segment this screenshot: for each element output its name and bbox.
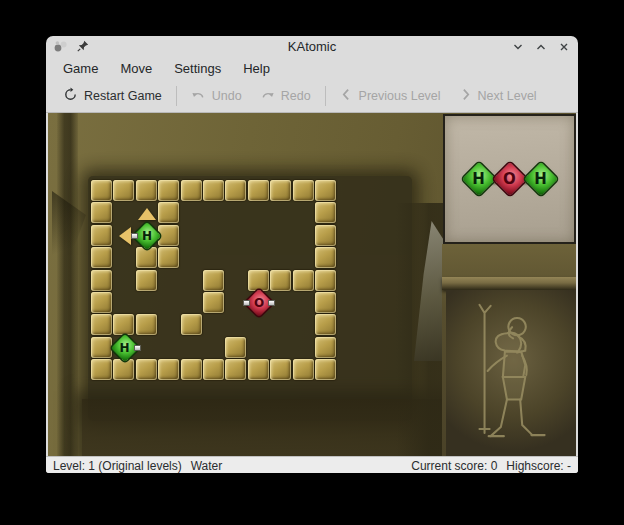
stone-ledge <box>442 277 576 290</box>
wall-tile <box>91 247 112 268</box>
previous-level-button: Previous Level <box>331 83 450 109</box>
close-icon[interactable] <box>558 41 570 53</box>
wall-tile <box>181 314 202 335</box>
atom-h[interactable]: H <box>114 337 136 359</box>
maximize-icon[interactable] <box>535 41 547 53</box>
wall-tile <box>91 225 112 246</box>
wall-tile <box>113 314 134 335</box>
atom-symbol: H <box>528 166 554 192</box>
status-level-name: Water <box>191 459 223 473</box>
minimize-icon[interactable] <box>512 41 524 53</box>
stone-column <box>442 244 576 456</box>
status-level: Level: 1 (Original levels) <box>53 459 182 473</box>
wall-tile <box>158 359 179 380</box>
wall-tile <box>248 270 269 291</box>
menu-move[interactable]: Move <box>109 59 163 78</box>
wall-tile <box>315 270 336 291</box>
menu-settings[interactable]: Settings <box>163 59 232 78</box>
undo-label: Undo <box>212 89 242 103</box>
wall-tile <box>293 359 314 380</box>
molecule-preview-panel: HOH <box>443 114 576 244</box>
wall-tile <box>158 225 179 246</box>
wall-tile <box>181 180 202 201</box>
atom-o: O <box>497 166 523 192</box>
wall-tile <box>293 270 314 291</box>
wall-tile <box>91 314 112 335</box>
wall-tile <box>248 359 269 380</box>
wall-tile <box>315 359 336 380</box>
chevron-right-icon <box>459 88 472 104</box>
wall-tile <box>203 180 224 201</box>
wall-tile <box>293 180 314 201</box>
wall-tile <box>91 359 112 380</box>
move-up-arrow[interactable] <box>138 208 156 220</box>
previous-level-label: Previous Level <box>359 89 441 103</box>
wall-tile <box>315 337 336 358</box>
next-level-label: Next Level <box>478 89 537 103</box>
wall-tile <box>113 359 134 380</box>
statusbar: Level: 1 (Original levels) Water Current… <box>46 456 578 473</box>
menubar: Game Move Settings Help <box>46 57 578 80</box>
titlebar[interactable]: KAtomic <box>46 36 578 57</box>
redo-label: Redo <box>281 89 311 103</box>
wall-tile <box>315 225 336 246</box>
wall-tile <box>136 180 157 201</box>
wall-tile <box>136 359 157 380</box>
status-highscore: Highscore: - <box>506 459 571 473</box>
wall-tile <box>315 202 336 223</box>
wall-tile <box>158 247 179 268</box>
status-current-score: Current score: 0 <box>411 459 497 473</box>
atom-o[interactable]: O <box>248 292 270 314</box>
game-view: HOH HOH <box>48 113 576 456</box>
atom-symbol: H <box>136 225 158 247</box>
molecule-preview: HOH <box>466 166 554 192</box>
restart-game-label: Restart Game <box>84 89 162 103</box>
atom-symbol: H <box>114 337 136 359</box>
wall-tile <box>203 359 224 380</box>
restart-icon <box>63 87 78 105</box>
redo-icon <box>260 87 275 105</box>
undo-button: Undo <box>182 83 251 109</box>
wall-tile <box>225 180 246 201</box>
wall-tile <box>136 314 157 335</box>
wall-tile <box>91 270 112 291</box>
wall-tile <box>181 359 202 380</box>
wall-tile <box>158 202 179 223</box>
move-left-arrow[interactable] <box>119 227 131 245</box>
wall-tile <box>91 202 112 223</box>
wall-tile <box>203 270 224 291</box>
window-title: KAtomic <box>46 39 578 54</box>
wall-tile <box>203 292 224 313</box>
wall-tile <box>113 180 134 201</box>
wall-tile <box>270 359 291 380</box>
katomic-window: KAtomic <box>46 36 578 473</box>
wall-tile <box>270 180 291 201</box>
toolbar-separator <box>176 86 177 106</box>
wall-tile <box>225 337 246 358</box>
wall-tile <box>91 180 112 201</box>
menu-game[interactable]: Game <box>52 59 109 78</box>
atom-h-selected[interactable]: H <box>136 225 158 247</box>
desktop: { "window": { "title": "KAtomic" }, "men… <box>0 0 624 525</box>
wall-tile <box>136 270 157 291</box>
atom-symbol: H <box>466 166 492 192</box>
toolbar-separator <box>325 86 326 106</box>
stone-relief-panel <box>446 290 576 456</box>
next-level-button: Next Level <box>450 83 546 109</box>
wall-tile <box>315 247 336 268</box>
toolbar: Restart Game Undo Redo <box>46 80 578 113</box>
atom-h: H <box>528 166 554 192</box>
atom-symbol: O <box>248 292 270 314</box>
atom-h: H <box>466 166 492 192</box>
wall-tile <box>136 247 157 268</box>
wall-tile <box>315 314 336 335</box>
wall-tile <box>270 270 291 291</box>
restart-game-button[interactable]: Restart Game <box>54 83 171 109</box>
menu-help[interactable]: Help <box>232 59 281 78</box>
redo-button: Redo <box>251 83 320 109</box>
wall-tile <box>225 359 246 380</box>
undo-icon <box>191 87 206 105</box>
chevron-left-icon <box>340 88 353 104</box>
wall-tile <box>315 180 336 201</box>
wall-tile <box>91 337 112 358</box>
